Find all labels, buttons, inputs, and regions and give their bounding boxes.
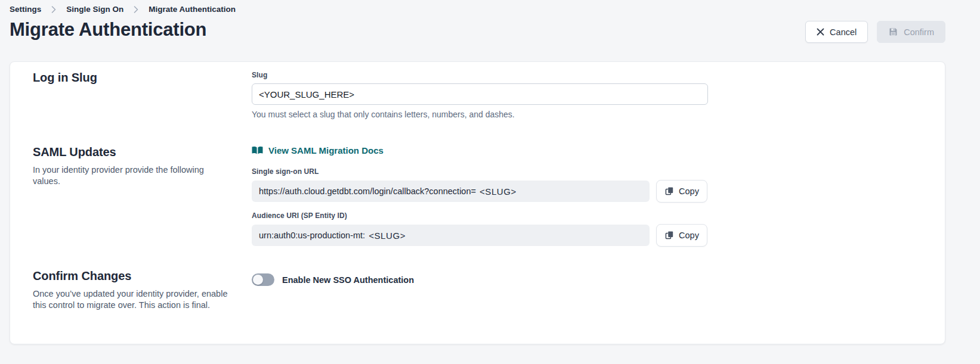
breadcrumb-migrate-authentication: Migrate Authentication xyxy=(149,5,236,14)
slug-label: Slug xyxy=(252,71,922,79)
sso-url-slug-placeholder: <SLUG> xyxy=(480,186,517,197)
breadcrumb-settings[interactable]: Settings xyxy=(10,5,41,14)
page: Settings Single Sign On Migrate Authenti… xyxy=(0,0,980,344)
sso-url-value: https://auth.cloud.getdbt.com/login/call… xyxy=(259,186,476,196)
enable-sso-toggle-label: Enable New SSO Authentication xyxy=(282,275,414,285)
toggle-knob xyxy=(253,275,263,285)
save-icon xyxy=(888,27,898,37)
close-icon xyxy=(817,28,824,36)
confirm-changes-heading: Confirm Changes xyxy=(33,269,240,283)
copy-button-label: Copy xyxy=(679,231,699,240)
cancel-button[interactable]: Cancel xyxy=(805,21,868,43)
copy-audience-uri-button[interactable]: Copy xyxy=(656,224,707,247)
audience-uri-label: Audience URI (SP Entity ID) xyxy=(252,211,922,220)
confirm-button-label: Confirm xyxy=(904,27,934,37)
login-slug-heading: Log in Slug xyxy=(33,71,240,85)
breadcrumb-single-sign-on[interactable]: Single Sign On xyxy=(66,5,123,14)
saml-updates-heading: SAML Updates xyxy=(33,145,240,159)
sso-url-label: Single sign-on URL xyxy=(252,167,922,176)
chevron-right-icon xyxy=(134,6,138,13)
docs-link-label: View SAML Migration Docs xyxy=(268,145,384,155)
cancel-button-label: Cancel xyxy=(830,27,857,37)
confirm-changes-description: Once you’ve updated your identity provid… xyxy=(33,288,230,311)
copy-icon xyxy=(664,186,674,196)
login-slug-section: Log in Slug Slug You must select a slug … xyxy=(33,71,922,119)
copy-button-label: Copy xyxy=(679,186,699,196)
saml-updates-description: In your identity provider provide the fo… xyxy=(33,164,230,187)
sso-url-field: https://auth.cloud.getdbt.com/login/call… xyxy=(252,181,650,202)
saml-updates-section: SAML Updates In your identity provider p… xyxy=(33,145,922,247)
confirm-changes-section: Confirm Changes Once you’ve updated your… xyxy=(33,269,922,311)
audience-uri-field: urn:auth0:us-production-mt: <SLUG> xyxy=(252,225,650,246)
view-saml-migration-docs-link[interactable]: View SAML Migration Docs xyxy=(252,145,384,155)
copy-sso-url-button[interactable]: Copy xyxy=(656,180,707,203)
settings-card: Log in Slug Slug You must select a slug … xyxy=(10,61,945,344)
audience-uri-slug-placeholder: <SLUG> xyxy=(369,231,406,241)
audience-uri-value: urn:auth0:us-production-mt: xyxy=(259,231,365,240)
header-actions: Cancel Confirm xyxy=(805,21,945,43)
confirm-button[interactable]: Confirm xyxy=(877,21,945,43)
copy-icon xyxy=(664,231,674,240)
slug-help-text: You must select a slug that only contain… xyxy=(252,110,922,119)
slug-input[interactable] xyxy=(252,83,708,105)
enable-sso-toggle[interactable] xyxy=(252,273,274,286)
page-title: Migrate Authentication xyxy=(10,19,206,41)
page-header: Migrate Authentication Cancel xyxy=(10,19,945,43)
chevron-right-icon xyxy=(51,6,56,13)
breadcrumb: Settings Single Sign On Migrate Authenti… xyxy=(10,5,945,14)
book-icon xyxy=(252,146,263,155)
